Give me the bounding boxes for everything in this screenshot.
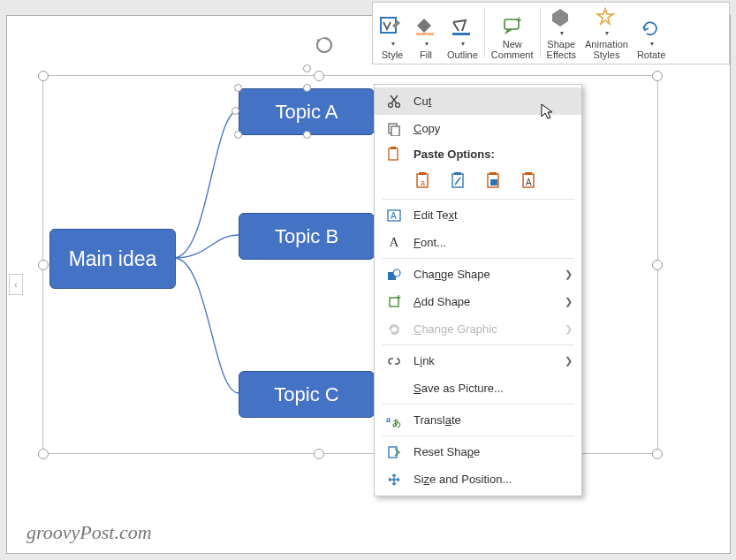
shape-handle[interactable]	[303, 84, 311, 92]
svg-rect-15	[419, 172, 426, 175]
svg-rect-23	[525, 172, 532, 175]
paste-icon	[383, 147, 405, 161]
svg-text:A: A	[526, 178, 532, 187]
shape-handle[interactable]	[234, 84, 242, 92]
fill-button[interactable]: ▾ Fill	[409, 3, 443, 64]
animation-styles-icon	[596, 6, 617, 27]
svg-rect-21	[490, 179, 497, 185]
rotate-icon	[641, 15, 662, 38]
selection-handle[interactable]	[38, 71, 49, 81]
svg-point-28	[393, 269, 400, 276]
link-icon	[383, 354, 405, 368]
outline-button[interactable]: ▾ Outline	[443, 3, 482, 64]
new-comment-button[interactable]: + New Comment	[487, 3, 538, 64]
svg-text:a: a	[386, 415, 391, 424]
svg-text:a: a	[421, 178, 425, 187]
shape-effects-icon	[550, 6, 572, 27]
menu-cut[interactable]: Cut	[375, 87, 581, 115]
selection-handle[interactable]	[652, 71, 663, 81]
svg-marker-6	[597, 9, 613, 24]
rotate-handle-icon[interactable]	[315, 35, 334, 55]
svg-text:あ: あ	[392, 418, 401, 428]
paste-use-destination-icon[interactable]	[449, 170, 470, 192]
chevron-right-icon: ❯	[565, 269, 573, 280]
menu-label: Add Shape	[414, 295, 556, 308]
cut-icon	[383, 95, 405, 109]
shape-effects-label: Shape Effects	[547, 39, 576, 60]
menu-separator	[382, 404, 574, 405]
paste-keep-source-icon[interactable]: a	[414, 170, 435, 192]
svg-point-9	[396, 102, 400, 107]
change-graphic-icon	[383, 322, 405, 337]
menu-separator	[382, 435, 574, 436]
shape-effects-button[interactable]: ▾ Shape Effects	[543, 3, 580, 64]
left-margin-tab[interactable]: ‹	[9, 274, 23, 295]
selection-handle[interactable]	[38, 449, 49, 459]
translate-icon: aあ	[383, 413, 405, 428]
chevron-right-icon: ❯	[565, 355, 573, 367]
style-label: Style	[382, 49, 403, 60]
shape-handle[interactable]	[303, 131, 311, 139]
selection-handle[interactable]	[314, 71, 324, 81]
rotate-button[interactable]: ▾ Rotate	[633, 3, 670, 64]
menu-separator	[382, 199, 574, 200]
svg-point-8	[389, 102, 393, 107]
svg-rect-12	[389, 148, 398, 160]
svg-text:+: +	[516, 16, 521, 25]
selection-handle[interactable]	[314, 449, 324, 459]
menu-label: Edit Text	[414, 208, 573, 222]
menu-reset-shape[interactable]: Reset Shape	[375, 438, 581, 465]
new-comment-label: New Comment	[491, 39, 534, 60]
fill-label: Fill	[420, 49, 432, 60]
svg-rect-31	[391, 327, 398, 332]
font-icon: A	[383, 235, 405, 250]
rotate-label: Rotate	[637, 49, 665, 60]
paste-text-only-icon[interactable]: A	[520, 170, 541, 192]
selection-handle[interactable]	[38, 260, 49, 270]
menu-label: Reset Shape	[414, 445, 573, 458]
edit-text-icon: A	[383, 208, 405, 223]
menu-label: Cut	[414, 95, 573, 108]
menu-edit-text[interactable]: A Edit Text	[375, 201, 581, 229]
shape-handle[interactable]	[231, 107, 239, 115]
menu-paste-options-header: Paste Options:	[375, 142, 581, 165]
shape-handle[interactable]	[234, 131, 242, 139]
size-position-icon	[383, 473, 405, 487]
menu-label: Size and Position...	[414, 473, 573, 486]
menu-translate[interactable]: aあ Translate	[375, 406, 581, 434]
chevron-right-icon: ❯	[565, 296, 573, 307]
menu-label: Change Graphic	[414, 322, 556, 336]
new-comment-icon: +	[503, 14, 522, 37]
style-button[interactable]: ▾ Style	[376, 3, 409, 64]
menu-label: Save as Picture...	[414, 382, 573, 395]
selection-handle[interactable]	[652, 449, 663, 459]
animation-styles-label: Animation Styles	[585, 39, 628, 60]
menu-separator	[382, 344, 574, 345]
menu-change-shape[interactable]: Change Shape ❯	[375, 261, 581, 288]
separator	[484, 8, 485, 58]
menu-label: Translate	[414, 413, 573, 427]
menu-add-shape[interactable]: + Add Shape ❯	[375, 288, 581, 315]
menu-font[interactable]: A Font...	[375, 229, 581, 256]
menu-size-position[interactable]: Size and Position...	[375, 465, 581, 493]
separator	[540, 8, 541, 58]
menu-label: Link	[414, 354, 556, 367]
watermark-text: groovyPost.com	[27, 521, 152, 544]
chevron-right-icon: ❯	[565, 323, 573, 335]
paste-picture-icon[interactable]	[484, 170, 505, 192]
menu-label: Copy	[414, 122, 573, 135]
menu-copy[interactable]: Copy	[375, 115, 581, 142]
menu-label: Font...	[414, 236, 573, 249]
change-shape-icon	[383, 268, 405, 282]
svg-text:A: A	[391, 211, 397, 221]
fill-icon	[414, 15, 438, 38]
svg-rect-1	[416, 33, 434, 35]
menu-link[interactable]: Link ❯	[375, 347, 581, 375]
selection-handle[interactable]	[652, 260, 663, 270]
shape-handle[interactable]	[303, 64, 311, 72]
animation-styles-button[interactable]: ▾ Animation Styles	[580, 3, 633, 64]
svg-marker-5	[552, 9, 568, 26]
menu-save-as-picture[interactable]: Save as Picture...	[375, 375, 581, 402]
menu-change-graphic: Change Graphic ❯	[375, 315, 581, 343]
svg-rect-11	[391, 126, 399, 136]
